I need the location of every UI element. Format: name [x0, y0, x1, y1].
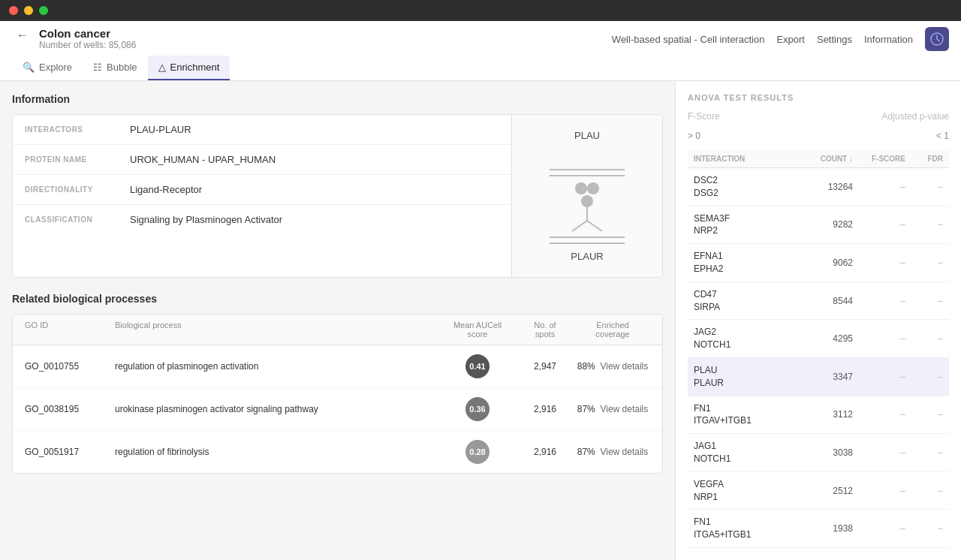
- int-name-7: JAG1 NOTCH1: [694, 440, 793, 465]
- int-count-1: 9282: [793, 219, 853, 230]
- int-fdr-6: –: [905, 409, 943, 420]
- interaction-rows-container: DSC2 DSG2 13264 – – SEMA3F NRP2 9282 – –…: [688, 168, 949, 548]
- col-mean-aucell: Mean AUCellscore: [440, 321, 515, 339]
- score-badge-1: 0.36: [465, 397, 490, 421]
- int-fscore-9: –: [853, 523, 905, 534]
- view-details-1[interactable]: View details: [600, 404, 648, 414]
- go-id-0: GO_0010755: [25, 361, 115, 372]
- app-container: ← Colon cancer Number of wells: 85,086 W…: [0, 21, 961, 560]
- col-go-id: GO ID: [25, 321, 115, 339]
- tab-bubble-label: Bubble: [107, 62, 137, 73]
- bio-section-title: Related biological processes: [12, 293, 663, 305]
- interaction-row-3[interactable]: CD47 SIRPA 8544 – –: [688, 282, 949, 321]
- info-row-classification: CLASSIFICATION Signaling by Plasminogen …: [13, 205, 511, 234]
- interaction-row-2[interactable]: EFNA1 EPHA2 9062 – –: [688, 244, 949, 282]
- bio-process-2: regulation of fibrinolysis: [115, 447, 440, 457]
- go-id-1: GO_0038195: [25, 404, 115, 414]
- spots-1: 2,916: [515, 404, 575, 414]
- int-fscore-2: –: [853, 257, 905, 268]
- header: ← Colon cancer Number of wells: 85,086 W…: [0, 21, 961, 81]
- int-count-9: 1938: [793, 523, 853, 534]
- minimize-button[interactable]: [24, 6, 33, 15]
- nav-tabs: 🔍 Explore ☷ Bubble △ Enrichment: [12, 56, 949, 80]
- col-fdr: FDR: [905, 155, 943, 163]
- interaction-row-7[interactable]: JAG1 NOTCH1 3038 – –: [688, 434, 949, 472]
- coverage-2: 87% View details: [575, 447, 650, 457]
- app-title: Colon cancer: [39, 27, 136, 40]
- dataset-title: Well-based spatial - Cell interaction: [612, 34, 765, 45]
- svg-line-8: [587, 221, 602, 231]
- information-button[interactable]: Information: [864, 34, 913, 45]
- filter-values-row: > 0 < 1: [688, 131, 949, 141]
- titlebar: [0, 0, 961, 21]
- spots-2: 2,916: [515, 447, 575, 457]
- int-fdr-7: –: [905, 447, 943, 458]
- svg-line-7: [572, 221, 587, 231]
- filter-row: F-Score Adjusted p-value: [688, 111, 949, 122]
- f-score-filter: > 0: [688, 131, 700, 141]
- int-count-3: 8544: [793, 296, 853, 306]
- interaction-row-1[interactable]: SEMA3F NRP2 9282 – –: [688, 206, 949, 245]
- view-details-2[interactable]: View details: [600, 447, 648, 457]
- interaction-row-5[interactable]: PLAU PLAUR 3347 – –: [688, 358, 949, 396]
- int-fscore-0: –: [853, 182, 905, 192]
- classification-label: CLASSIFICATION: [25, 214, 130, 224]
- int-name-9: FN1 ITGA5+ITGB1: [694, 516, 793, 541]
- interaction-row-6[interactable]: FN1 ITGAV+ITGB1 3112 – –: [688, 396, 949, 435]
- interaction-diagram: PLAU: [512, 115, 662, 277]
- bio-process-1: urokinase plasminogen activator signalin…: [115, 404, 440, 414]
- maximize-button[interactable]: [39, 6, 48, 15]
- bio-table-header: GO ID Biological process Mean AUCellscor…: [13, 315, 662, 345]
- p-value-filter: < 1: [936, 131, 949, 141]
- tab-enrichment[interactable]: △ Enrichment: [148, 56, 230, 80]
- interactors-value: PLAU-PLAUR: [130, 124, 191, 135]
- col-interaction: INTERACTION: [694, 155, 793, 163]
- close-button[interactable]: [9, 6, 18, 15]
- int-name-6: FN1 ITGAV+ITGB1: [694, 402, 793, 428]
- info-row-directionality: DIRECTIONALITY Ligand-Receptor: [13, 175, 511, 205]
- int-count-2: 9062: [793, 257, 853, 268]
- app-subtitle: Number of wells: 85,086: [39, 40, 136, 50]
- bio-row-1: GO_0038195 urokinase plasminogen activat…: [13, 388, 662, 431]
- tab-bubble[interactable]: ☷ Bubble: [83, 56, 147, 80]
- int-fscore-7: –: [853, 447, 905, 458]
- view-details-0[interactable]: View details: [600, 361, 648, 372]
- diagram-top-label: PLAU: [574, 130, 600, 141]
- int-fdr-4: –: [905, 333, 943, 344]
- diagram-svg: [542, 147, 632, 245]
- int-fscore-1: –: [853, 219, 905, 230]
- bio-table: GO ID Biological process Mean AUCellscor…: [12, 314, 663, 474]
- app-logo: [925, 27, 949, 51]
- protein-value: UROK_HUMAN - UPAR_HUMAN: [130, 154, 276, 165]
- tab-enrichment-label: Enrichment: [170, 62, 220, 73]
- int-count-6: 3112: [793, 409, 853, 420]
- tab-explore[interactable]: 🔍 Explore: [12, 56, 83, 80]
- score-2: 0.28: [440, 440, 515, 464]
- int-name-5: PLAU PLAUR: [694, 364, 793, 390]
- int-name-1: SEMA3F NRP2: [694, 212, 793, 238]
- export-button[interactable]: Export: [776, 34, 805, 45]
- left-panel: Information INTERACTORS PLAU-PLAUR PROTE…: [0, 81, 676, 560]
- interaction-row-9[interactable]: FN1 ITGA5+ITGB1 1938 – –: [688, 510, 949, 548]
- int-fscore-8: –: [853, 486, 905, 496]
- tab-explore-label: Explore: [39, 62, 72, 73]
- int-count-7: 3038: [793, 447, 853, 458]
- settings-button[interactable]: Settings: [817, 34, 852, 45]
- int-fscore-5: –: [853, 372, 905, 382]
- directionality-value: Ligand-Receptor: [130, 184, 202, 195]
- back-button[interactable]: ←: [12, 27, 33, 44]
- protein-label: PROTEIN NAME: [25, 154, 130, 164]
- int-name-4: JAG2 NOTCH1: [694, 326, 793, 351]
- directionality-label: DIRECTIONALITY: [25, 184, 130, 194]
- info-row-protein: PROTEIN NAME UROK_HUMAN - UPAR_HUMAN: [13, 145, 511, 175]
- int-name-3: CD47 SIRPA: [694, 288, 793, 314]
- info-fields: INTERACTORS PLAU-PLAUR PROTEIN NAME UROK…: [13, 115, 512, 277]
- info-row-interactors: INTERACTORS PLAU-PLAUR: [13, 115, 511, 145]
- right-panel: ANOVA TEST RESULTS F-Score Adjusted p-va…: [676, 81, 961, 560]
- interaction-row-8[interactable]: VEGFA NRP1 2512 – –: [688, 472, 949, 510]
- svg-point-3: [575, 182, 587, 194]
- interaction-row-0[interactable]: DSC2 DSG2 13264 – –: [688, 168, 949, 206]
- f-score-label: F-Score: [688, 111, 720, 122]
- interaction-row-4[interactable]: JAG2 NOTCH1 4295 – –: [688, 320, 949, 358]
- int-count-0: 13264: [793, 182, 853, 192]
